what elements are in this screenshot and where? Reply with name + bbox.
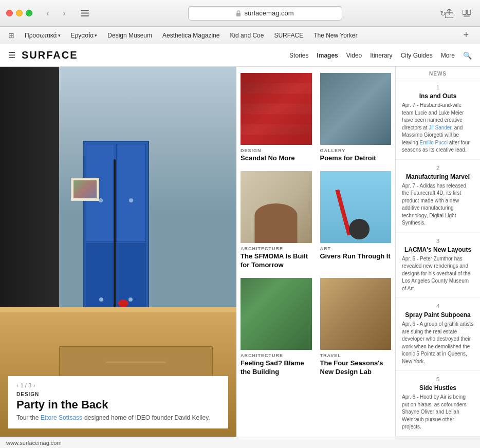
featured-article[interactable]: ‹ 1 / 3 › DESIGN Party in the Back Tour …: [0, 67, 236, 437]
bookmark-new-yorker[interactable]: The New Yorker: [309, 30, 361, 41]
news-title-1: Ins and Outs: [402, 92, 474, 100]
news-title-2: Manufacturing Marvel: [402, 173, 474, 180]
article-category-1: DESIGN: [241, 148, 312, 153]
reload-button[interactable]: ↻: [437, 7, 449, 20]
maximize-button[interactable]: [26, 10, 32, 16]
site-logo: SURFACE: [22, 49, 289, 61]
article-title-4: Givers Run Through It: [320, 252, 392, 261]
apps-icon[interactable]: ⊞: [8, 31, 14, 40]
nav-city-guides[interactable]: City Guides: [401, 52, 433, 59]
news-text-1: Apr. 7 - Husband-and-wife team Lucie and…: [402, 102, 474, 154]
forward-button[interactable]: ›: [57, 6, 71, 21]
status-bar: www.surfacemag.com: [0, 437, 480, 448]
news-number-1: 1: [402, 84, 474, 90]
news-text-3: Apr. 6 - Peter Zumthor has revealed new …: [402, 255, 474, 293]
nav-buttons: ‹ ›: [41, 6, 71, 21]
bookmark-kid-and-coe[interactable]: Kid and Coe: [226, 30, 268, 41]
svg-rect-0: [81, 10, 89, 11]
articles-row-2: ARCHITECTURE The SFMOMA Is Built for Tom…: [236, 167, 395, 274]
bookmarks-bar: ⊞ Προσωπικά ▾ Εργασία ▾ Design Museum Ae…: [0, 27, 480, 44]
nav-images[interactable]: Images: [317, 52, 338, 59]
address-bar[interactable]: surfacemag.com: [188, 6, 342, 21]
sidebar-toggle-button[interactable]: [78, 6, 92, 21]
featured-title: Party in the Back: [16, 398, 220, 412]
add-bookmark-button[interactable]: +: [460, 30, 472, 41]
featured-description: Tour the Ettore Sottsass-designed home o…: [16, 414, 220, 422]
article-title-5: Feeling Sad? Blame the Building: [241, 359, 312, 377]
article-title-2: Poems for Detroit: [320, 154, 392, 163]
search-icon[interactable]: 🔍: [463, 51, 472, 60]
bookmark-work[interactable]: Εργασία ▾: [67, 30, 102, 41]
article-image-5: [241, 278, 312, 350]
back-button[interactable]: ‹: [41, 6, 55, 21]
nav-video[interactable]: Video: [346, 52, 362, 59]
article-image-2: [320, 73, 392, 145]
svg-rect-6: [467, 10, 471, 14]
news-item-2[interactable]: 2 Manufacturing Marvel Apr. 7 - Adidas h…: [396, 160, 480, 233]
bookmark-surface[interactable]: SURFACE: [270, 30, 307, 41]
article-image-3: [241, 171, 312, 243]
article-card-5[interactable]: ARCHITECTURE Feeling Sad? Blame the Buil…: [236, 274, 316, 381]
url-text: surfacemag.com: [244, 9, 293, 17]
article-card-4[interactable]: ART Givers Run Through It: [316, 167, 396, 274]
address-bar-container: surfacemag.com ↻: [96, 6, 434, 21]
article-title-6: The Four Seasons's New Design Lab: [320, 359, 392, 377]
content-area: ‹ 1 / 3 › DESIGN Party in the Back Tour …: [0, 67, 480, 437]
status-url: www.surfacemag.com: [6, 440, 62, 446]
news-item-4[interactable]: 4 Spray Paint Subpoena Apr. 6 - A group …: [396, 298, 480, 371]
menu-icon[interactable]: ☰: [8, 50, 15, 60]
title-bar: ‹ › surfacemag.com ↻: [0, 0, 480, 27]
lock-icon: [236, 10, 241, 16]
minimize-button[interactable]: [16, 10, 23, 16]
news-number-4: 4: [402, 303, 474, 309]
news-item-3[interactable]: 3 LACMA's New Layouts Apr. 6 - Peter Zum…: [396, 233, 480, 298]
article-category-4: ART: [320, 246, 392, 251]
svg-rect-5: [463, 10, 466, 14]
svg-rect-3: [236, 13, 241, 16]
browser-frame: ‹ › surfacemag.com ↻: [0, 0, 480, 448]
article-category-5: ARCHITECTURE: [241, 353, 312, 358]
articles-row-3: ARCHITECTURE Feeling Sad? Blame the Buil…: [236, 274, 395, 381]
new-tab-button[interactable]: [459, 6, 474, 21]
article-title-3: The SFMOMA Is Built for Tomorrow: [241, 252, 312, 270]
news-title-3: LACMA's New Layouts: [402, 246, 474, 253]
article-card-6[interactable]: TRAVEL The Four Seasons's New Design Lab: [316, 274, 396, 381]
article-card-3[interactable]: ARCHITECTURE The SFMOMA Is Built for Tom…: [236, 167, 316, 274]
sidebar-header: NEWS: [396, 67, 480, 79]
svg-rect-2: [81, 15, 89, 16]
article-category-3: ARCHITECTURE: [241, 246, 312, 251]
articles-row-1: DESIGN Scandal No More GALLERY Poems for…: [236, 69, 395, 167]
right-sidebar: NEWS 1 Ins and Outs Apr. 7 - Husband-and…: [395, 67, 480, 437]
site-nav: Stories Images Video Itinerary City Guid…: [289, 51, 472, 60]
featured-overlay: ‹ 1 / 3 › DESIGN Party in the Back Tour …: [8, 376, 228, 428]
articles-grid: DESIGN Scandal No More GALLERY Poems for…: [236, 67, 395, 437]
news-text-4: Apr. 6 - A group of graffiti artists are…: [402, 321, 474, 365]
traffic-lights: [6, 10, 32, 16]
news-title-4: Spray Paint Subpoena: [402, 311, 474, 319]
article-category-2: GALLERY: [320, 148, 392, 153]
news-number-3: 3: [402, 238, 474, 244]
svg-rect-1: [81, 13, 89, 14]
article-title-1: Scandal No More: [241, 154, 312, 163]
bookmark-personal[interactable]: Προσωπικά ▾: [21, 30, 65, 41]
article-category-6: TRAVEL: [320, 353, 392, 358]
close-button[interactable]: [6, 10, 13, 16]
news-title-5: Side Hustles: [402, 384, 474, 391]
news-item-1[interactable]: 1 Ins and Outs Apr. 7 - Husband-and-wife…: [396, 79, 480, 160]
nav-stories[interactable]: Stories: [289, 52, 308, 59]
nav-more[interactable]: More: [441, 52, 455, 59]
article-image-6: [320, 278, 392, 350]
article-image-1: [241, 73, 312, 145]
article-card-1[interactable]: DESIGN Scandal No More: [236, 69, 316, 167]
main-content: ☰ SURFACE Stories Images Video Itinerary…: [0, 44, 480, 437]
news-item-5[interactable]: 5 Side Hustles Apr. 6 - Hood by Air is b…: [396, 371, 480, 437]
article-card-2[interactable]: GALLERY Poems for Detroit: [316, 69, 396, 167]
bookmark-design-museum[interactable]: Design Museum: [103, 30, 156, 41]
nav-itinerary[interactable]: Itinerary: [370, 52, 392, 59]
news-number-2: 2: [402, 165, 474, 171]
news-text-2: Apr. 7 - Adidas has released the Futurec…: [402, 182, 474, 227]
article-image-4: [320, 171, 392, 243]
news-text-5: Apr. 6 - Hood by Air is being put on hia…: [402, 394, 474, 431]
featured-pagination: ‹ 1 / 3 ›: [16, 382, 220, 388]
bookmark-aesthetica[interactable]: Aesthetica Magazine: [158, 30, 224, 41]
